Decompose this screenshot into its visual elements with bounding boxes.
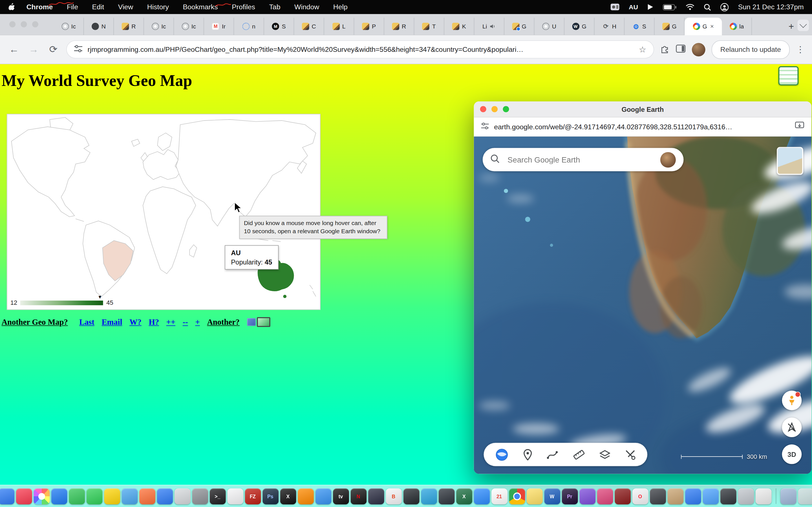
earth-close-button[interactable] — [480, 106, 486, 112]
wifi-icon[interactable] — [686, 4, 695, 10]
tab-g[interactable]: WG — [564, 17, 595, 35]
earth-zoom-button[interactable] — [503, 106, 509, 112]
url-text[interactable]: rjmprogramming.com.au/PHP/GeoChart/geo_c… — [87, 46, 633, 54]
dock-finder[interactable] — [0, 488, 14, 504]
forward-button[interactable]: → — [27, 44, 41, 55]
earth-url-text[interactable]: earth.google.com/web/@-24.91714697,44.02… — [494, 123, 790, 131]
dock-protonvpn[interactable] — [368, 488, 384, 504]
tab-li[interactable]: Li — [474, 17, 504, 35]
location-off-button[interactable] — [782, 417, 802, 437]
dock-docker[interactable] — [439, 488, 455, 504]
link-another-[interactable]: Another? — [207, 318, 239, 327]
dock-notes-white[interactable] — [755, 488, 771, 504]
dock-chrome[interactable] — [509, 488, 525, 504]
dock-folder[interactable] — [703, 488, 719, 504]
map-style-globe-button[interactable] — [495, 448, 508, 461]
menu-item-view[interactable]: View — [118, 3, 133, 11]
draw-path-button[interactable] — [547, 449, 558, 460]
link-email[interactable]: Email — [102, 318, 122, 327]
tab-p[interactable]: P — [354, 17, 384, 35]
dock-redapp[interactable] — [614, 488, 630, 504]
dock-mail[interactable] — [51, 488, 67, 504]
tab-l[interactable]: L — [324, 17, 354, 35]
dock-x[interactable]: X — [280, 488, 296, 504]
dock-photoshop[interactable]: Ps — [262, 488, 278, 504]
dock-terminal[interactable]: >_ — [209, 488, 225, 504]
earth-site-settings-icon[interactable] — [481, 122, 489, 131]
menu-item-bookmarks[interactable]: Bookmarks — [183, 3, 218, 11]
tab-n[interactable]: N — [84, 17, 114, 35]
dock-trash[interactable] — [798, 488, 812, 504]
dock-premiere[interactable]: Pr — [562, 488, 578, 504]
reload-button[interactable]: ⟳ — [47, 43, 60, 55]
dock-zoom[interactable] — [474, 488, 490, 504]
spotlight-search-icon[interactable] — [704, 3, 711, 11]
new-tab-button[interactable]: + — [784, 19, 799, 34]
dock-stickies[interactable] — [526, 488, 543, 504]
status-app-icon[interactable] — [611, 4, 619, 10]
tab-t[interactable]: T — [414, 17, 444, 35]
site-settings-icon[interactable] — [74, 45, 82, 54]
back-button[interactable]: ← — [7, 44, 21, 55]
open-in-browser-icon[interactable] — [795, 122, 804, 132]
tab-la[interactable]: la — [722, 17, 752, 35]
extension-icon[interactable] — [660, 44, 670, 55]
pegman-button[interactable] — [782, 391, 802, 410]
menu-item-history[interactable]: History — [147, 3, 169, 11]
tab-n[interactable]: n — [234, 17, 264, 35]
dock-filezilla[interactable]: FZ — [245, 488, 261, 504]
menu-item-help[interactable]: Help — [333, 3, 348, 11]
bookmark-star-icon[interactable]: ☆ — [639, 45, 646, 54]
user-icon[interactable] — [720, 3, 728, 11]
chrome-menu-icon[interactable]: ⋮ — [796, 44, 805, 55]
tab-ic[interactable]: Ic — [54, 17, 84, 35]
measure-ruler-button[interactable] — [573, 449, 585, 460]
earth-title-bar[interactable]: Google Earth — [474, 101, 812, 117]
tab-s[interactable]: ⚙S — [624, 17, 655, 35]
dock-vlc[interactable] — [297, 488, 313, 504]
link-another-geo-map-[interactable]: Another Geo Map? — [2, 318, 68, 327]
dock-pen-tool[interactable] — [667, 488, 683, 504]
menu-item-edit[interactable]: Edit — [92, 3, 104, 11]
tab-c[interactable]: C — [294, 17, 324, 35]
dock-pencil-set[interactable] — [650, 488, 666, 504]
link-w-[interactable]: W? — [130, 318, 142, 327]
tab-close-icon[interactable]: × — [710, 23, 714, 30]
menu-item-chrome[interactable]: Chrome — [27, 3, 53, 11]
side-panel-icon[interactable] — [676, 44, 686, 55]
dock-word[interactable]: W — [544, 488, 560, 504]
tab-k[interactable]: K — [444, 17, 474, 35]
tools-button[interactable] — [625, 449, 636, 460]
window-zoom-button[interactable] — [32, 21, 38, 27]
tab-s[interactable]: MS — [264, 17, 294, 35]
dock-slack[interactable] — [579, 488, 595, 504]
tab-ic[interactable]: Ic — [174, 17, 204, 35]
dock-textedit[interactable] — [227, 488, 243, 504]
dock-safari[interactable] — [315, 488, 331, 504]
tab-overflow-button[interactable] — [798, 20, 809, 31]
dock-github[interactable] — [403, 488, 419, 504]
link--[interactable]: + — [195, 318, 200, 327]
apple-logo-icon[interactable] — [8, 3, 15, 11]
dock-firefox[interactable] — [139, 488, 155, 504]
tab-audio-icon[interactable] — [490, 23, 496, 30]
dock-calculator[interactable] — [192, 488, 208, 504]
dock-telegram[interactable] — [421, 488, 437, 504]
earth-search-bar[interactable] — [483, 148, 684, 171]
menu-item-window[interactable]: Window — [294, 3, 319, 11]
window-minimize-button[interactable] — [20, 21, 27, 27]
link-last[interactable]: Last — [79, 318, 94, 327]
dock-pages[interactable] — [597, 488, 613, 504]
tab-g[interactable]: G× — [684, 17, 722, 35]
dock-messages[interactable] — [86, 488, 102, 504]
dock-downloads[interactable] — [780, 488, 796, 504]
geochart-map[interactable]: 12 ▼ 45 — [7, 114, 320, 310]
tab-g[interactable]: G — [655, 17, 685, 35]
battery-icon[interactable] — [663, 4, 676, 10]
add-placemark-button[interactable] — [522, 449, 533, 460]
input-source-indicator[interactable]: AU — [629, 3, 638, 11]
tab-ir[interactable]: MIr — [204, 17, 234, 35]
dock-brave[interactable]: B — [386, 488, 402, 504]
link-h-[interactable]: H? — [149, 318, 159, 327]
menu-item-tab[interactable]: Tab — [269, 3, 280, 11]
